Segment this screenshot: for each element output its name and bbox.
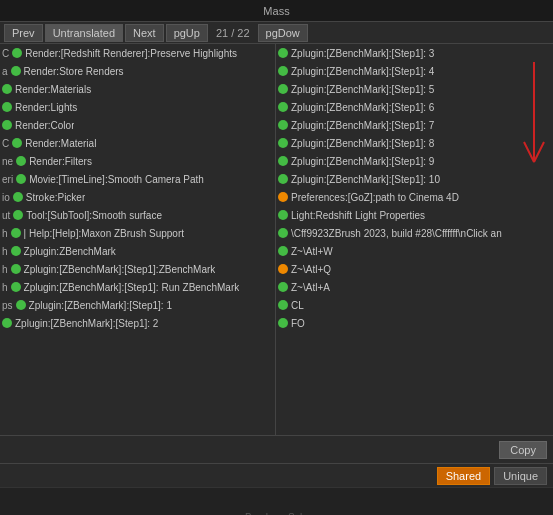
dot-green xyxy=(278,318,288,328)
left-row[interactable]: hZplugin:[ZBenchMark]:[Step1]: Run ZBenc… xyxy=(0,278,275,296)
row-text: Stroke:Picker xyxy=(26,192,85,203)
left-row[interactable]: Zplugin:[ZBenchMark]:[Step1]: 2 xyxy=(0,314,275,332)
dot-green xyxy=(16,300,26,310)
row-text: Movie:[TimeLine]:Smooth Camera Path xyxy=(29,174,204,185)
right-row[interactable]: Zplugin:[ZBenchMark]:[Step1]: 5 xyxy=(276,80,553,98)
dot-green xyxy=(278,138,288,148)
right-row[interactable]: FO xyxy=(276,314,553,332)
left-row[interactable]: aRender:Store Renders xyxy=(0,62,275,80)
row-prefix: io xyxy=(2,192,10,203)
copy-button[interactable]: Copy xyxy=(499,441,547,459)
top-bar: Mass xyxy=(0,0,553,22)
top-bar-title: Mass xyxy=(263,5,289,17)
right-row[interactable]: Preferences:[GoZ]:path to Cinema 4D xyxy=(276,188,553,206)
left-row[interactable]: CRender:Material xyxy=(0,134,275,152)
row-prefix: ne xyxy=(2,156,13,167)
unique-button[interactable]: Unique xyxy=(494,467,547,485)
row-text: Zplugin:[ZBenchMark]:[Step1]: 3 xyxy=(291,48,434,59)
left-row[interactable]: Render:Color xyxy=(0,116,275,134)
row-text: Zplugin:[ZBenchMark]:[Step1]: 9 xyxy=(291,156,434,167)
dot-green xyxy=(13,210,23,220)
dot-green xyxy=(278,66,288,76)
dot-green xyxy=(278,102,288,112)
left-row[interactable]: CRender:[Redshift Renderer]:Preserve Hig… xyxy=(0,44,275,62)
right-row[interactable]: Z~\Atl+W xyxy=(276,242,553,260)
row-text: Z~\Atl+Q xyxy=(291,264,331,275)
dot-green xyxy=(278,174,288,184)
dot-green xyxy=(278,246,288,256)
right-row[interactable]: Zplugin:[ZBenchMark]:[Step1]: 7 xyxy=(276,116,553,134)
row-text: Zplugin:[ZBenchMark]:[Step1]: 6 xyxy=(291,102,434,113)
dot-green xyxy=(16,156,26,166)
pgdown-button[interactable]: pgDow xyxy=(258,24,308,42)
shared-button[interactable]: Shared xyxy=(437,467,490,485)
left-row[interactable]: psZplugin:[ZBenchMark]:[Step1]: 1 xyxy=(0,296,275,314)
left-row[interactable]: hZplugin:[ZBenchMark]:[Step1]:ZBenchMark xyxy=(0,260,275,278)
right-row[interactable]: Z~\Atl+A xyxy=(276,278,553,296)
dot-green xyxy=(11,282,21,292)
row-text: Zplugin:[ZBenchMark]:[Step1]: 1 xyxy=(29,300,172,311)
row-text: Zplugin:[ZBenchMark]:[Step1]: 4 xyxy=(291,66,434,77)
right-row[interactable]: Zplugin:[ZBenchMark]:[Step1]: 3 xyxy=(276,44,553,62)
shared-bar: Shared Unique xyxy=(0,463,553,487)
right-row[interactable]: Zplugin:[ZBenchMark]:[Step1]: 4 xyxy=(276,62,553,80)
nav-bar: Prev Untranslated Next pgUp 21 / 22 pgDo… xyxy=(0,22,553,44)
dot-green xyxy=(2,84,12,94)
row-text: Zplugin:[ZBenchMark]:[Step1]: 10 xyxy=(291,174,440,185)
dot-green xyxy=(2,120,12,130)
row-text: | Help:[Help]:Maxon ZBrush Support xyxy=(24,228,184,239)
next-button[interactable]: Next xyxy=(125,24,164,42)
row-prefix: eri xyxy=(2,174,13,185)
left-row[interactable]: ioStroke:Picker xyxy=(0,188,275,206)
row-prefix: C xyxy=(2,48,9,59)
row-prefix: a xyxy=(2,66,8,77)
dot-green xyxy=(278,84,288,94)
right-row[interactable]: CL xyxy=(276,296,553,314)
right-row[interactable]: Zplugin:[ZBenchMark]:[Step1]: 6 xyxy=(276,98,553,116)
right-column: Zplugin:[ZBenchMark]:[Step1]: 3Zplugin:[… xyxy=(276,44,553,435)
right-row[interactable]: Z~\Atl+Q xyxy=(276,260,553,278)
row-text: Zplugin:[ZBenchMark]:[Step1]:ZBenchMark xyxy=(24,264,216,275)
row-text: Zplugin:[ZBenchMark]:[Step1]: 8 xyxy=(291,138,434,149)
row-prefix: ut xyxy=(2,210,10,221)
row-prefix: h xyxy=(2,264,8,275)
left-row[interactable]: Render:Materials xyxy=(0,80,275,98)
left-row[interactable]: h| Help:[Help]:Maxon ZBrush Support xyxy=(0,224,275,242)
dot-green xyxy=(278,228,288,238)
untranslated-button[interactable]: Untranslated xyxy=(45,24,123,42)
row-text: Render:Materials xyxy=(15,84,91,95)
left-row[interactable]: utTool:[SubTool]:Smooth surface xyxy=(0,206,275,224)
left-column: CRender:[Redshift Renderer]:Preserve Hig… xyxy=(0,44,276,435)
prev-button[interactable]: Prev xyxy=(4,24,43,42)
row-text: Render:Color xyxy=(15,120,74,131)
footer-area: Brush Solo xyxy=(0,487,553,515)
left-row[interactable]: neRender:Filters xyxy=(0,152,275,170)
dot-orange xyxy=(278,264,288,274)
dot-green xyxy=(2,318,12,328)
right-row[interactable]: Zplugin:[ZBenchMark]:[Step1]: 10 xyxy=(276,170,553,188)
right-row[interactable]: \Cff9923ZBrush 2023, build #28\Cffffff\n… xyxy=(276,224,553,242)
row-text: Light:Redshift Light Properties xyxy=(291,210,425,221)
row-text: Zplugin:[ZBenchMark]:[Step1]: 2 xyxy=(15,318,158,329)
row-prefix: h xyxy=(2,282,8,293)
right-row[interactable]: Zplugin:[ZBenchMark]:[Step1]: 9 xyxy=(276,152,553,170)
pgup-button[interactable]: pgUp xyxy=(166,24,208,42)
row-text: \Cff9923ZBrush 2023, build #28\Cffffff\n… xyxy=(291,228,502,239)
left-row[interactable]: hZplugin:ZBenchMark xyxy=(0,242,275,260)
row-text: FO xyxy=(291,318,305,329)
bottom-bar: Copy xyxy=(0,435,553,463)
dot-green xyxy=(278,282,288,292)
row-text: Preferences:[GoZ]:path to Cinema 4D xyxy=(291,192,459,203)
right-row[interactable]: Zplugin:[ZBenchMark]:[Step1]: 8 xyxy=(276,134,553,152)
left-row[interactable]: Render:Lights xyxy=(0,98,275,116)
dot-green xyxy=(2,102,12,112)
row-text: Render:Filters xyxy=(29,156,92,167)
row-prefix: ps xyxy=(2,300,13,311)
main-content: CRender:[Redshift Renderer]:Preserve Hig… xyxy=(0,44,553,435)
row-text: Render:Lights xyxy=(15,102,77,113)
right-row[interactable]: Light:Redshift Light Properties xyxy=(276,206,553,224)
row-text: Render:[Redshift Renderer]:Preserve High… xyxy=(25,48,237,59)
dot-green xyxy=(11,66,21,76)
left-row[interactable]: eriMovie:[TimeLine]:Smooth Camera Path xyxy=(0,170,275,188)
dot-green xyxy=(12,138,22,148)
